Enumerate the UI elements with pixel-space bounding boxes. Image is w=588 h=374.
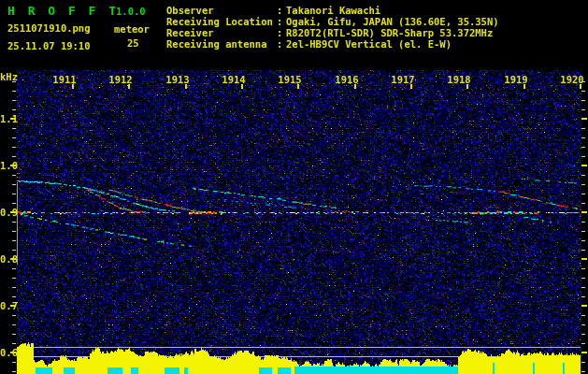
freq-tick-label-0.6: 0.6 <box>0 347 12 358</box>
station-info-block: Observer:Takanori KawachiReceiving Locat… <box>166 5 499 50</box>
info-label: Receiving antenna <box>166 38 277 50</box>
freq-tick-label-0.9: 0.9 <box>0 207 12 218</box>
freq-tick-label-0.8: 0.8 <box>0 253 12 265</box>
time-tick-label-1913: 1913 <box>164 74 192 85</box>
freq-axis-unit: kHz <box>0 71 18 82</box>
freq-tick-label-1.1: 1.1 <box>0 113 12 124</box>
time-tick-label-1916: 1916 <box>333 74 361 85</box>
info-value: 2el-HB9CV Vertical (el. E-W) <box>286 38 452 50</box>
info-colon: : <box>277 38 286 50</box>
time-tick-label-1915: 1915 <box>276 74 304 85</box>
info-label: Receiving Location <box>166 16 277 27</box>
freq-tick-label-0.7: 0.7 <box>0 300 12 311</box>
info-row-receiving-antenna: Receiving antenna:2el-HB9CV Vertical (el… <box>166 38 499 50</box>
info-colon: : <box>277 5 286 16</box>
info-colon: : <box>277 27 286 38</box>
time-tick-label-1911: 1911 <box>50 74 79 85</box>
time-tick-label-1917: 1917 <box>389 74 417 85</box>
time-tick-label-1912: 1912 <box>107 74 135 85</box>
info-colon: : <box>277 16 286 27</box>
info-row-receiving-location: Receiving Location:Ogaki, Gifu, JAPAN (1… <box>166 16 499 27</box>
time-tick-label-1914: 1914 <box>220 74 248 85</box>
app-version: 1.0.0 <box>116 6 146 17</box>
app-title: H R O F F T <box>7 4 119 18</box>
info-row-receiver: Receiver:R820T2(RTL-SDR) SDR-Sharp 53.37… <box>166 27 499 38</box>
time-tick-label-1920: 1920 <box>558 74 586 85</box>
freq-tick-label-1.0: 1.0 <box>0 160 12 171</box>
info-row-observer: Observer:Takanori Kawachi <box>166 5 499 16</box>
info-value: R820T2(RTL-SDR) SDR-Sharp 53.372MHz <box>286 27 493 38</box>
frame-datetime: 25.11.07 19:10 <box>7 40 91 51</box>
info-label: Observer <box>166 5 277 16</box>
output-filename: 2511071910.png <box>7 22 91 34</box>
time-tick-label-1918: 1918 <box>445 74 473 85</box>
info-label: Receiver <box>166 27 277 38</box>
spectrogram-canvas <box>0 0 588 374</box>
info-value: Ogaki, Gifu, JAPAN (136.60E, 35.35N) <box>286 16 499 27</box>
time-tick-label-1919: 1919 <box>502 74 530 85</box>
mode-label: meteor <box>114 23 150 35</box>
hrofft-screen: H R O F F T 1.0.0 2511071910.png meteor … <box>0 0 588 374</box>
meteor-count: 25 <box>127 37 139 49</box>
info-value: Takanori Kawachi <box>286 5 380 16</box>
